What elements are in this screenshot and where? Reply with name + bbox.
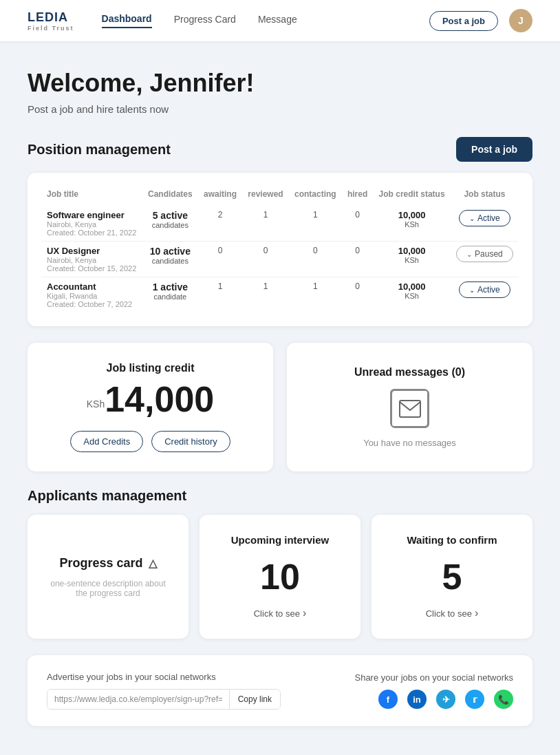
messages-title: Unread messages (0) (354, 366, 465, 379)
chevron-right-icon-2: › (475, 607, 478, 619)
social-icons: f in ✈ 𝕣 📞 (378, 690, 513, 709)
copy-link-button[interactable]: Copy link (229, 690, 280, 709)
col-hired: hired (342, 187, 374, 206)
svg-rect-0 (400, 401, 420, 417)
waiting-confirm-click[interactable]: Click to see › (426, 607, 479, 619)
nav-dashboard[interactable]: Dashboard (102, 13, 152, 28)
status-button[interactable]: ⌄ Active (459, 210, 510, 226)
position-management-card: Job title Candidates awaiting reviewed c… (28, 173, 532, 326)
welcome-title: Welcome, Jennifer! (28, 69, 532, 98)
waiting-confirm-label: Waiting to confirm (407, 534, 497, 546)
post-job-button[interactable]: Post a job (456, 137, 532, 162)
job-title-cell: Accountant Kigali, Rwanda Created: Octob… (41, 277, 142, 313)
reviewed-cell: 1 (242, 206, 289, 242)
status-label: Active (477, 213, 500, 223)
awaiting-cell: 2 (198, 206, 242, 242)
candidates-cell: 10 active candidates (142, 242, 198, 277)
messages-col: Unread messages (0) You have no messages (287, 343, 532, 471)
job-title-cell: UX Designer Nairobi, Kenya Created: Octo… (41, 242, 142, 277)
candidates-cell: 5 active candidates (142, 206, 198, 242)
whatsapp-icon[interactable]: 📞 (494, 690, 513, 709)
status-button[interactable]: ⌄ Active (459, 281, 510, 298)
add-credits-button[interactable]: Add Credits (70, 431, 143, 452)
envelope-icon (391, 390, 429, 428)
table-row: Software engineer Nairobi, Kenya Created… (41, 206, 519, 242)
col-candidates: Candidates (142, 187, 198, 206)
col-job-title: Job title (41, 187, 142, 206)
awaiting-cell: 0 (198, 242, 242, 277)
social-right: Share your jobs on your social networks … (354, 672, 513, 709)
contacting-cell: 0 (289, 242, 342, 277)
progress-card-box: Progress card △ one-sentence description… (28, 515, 189, 639)
job-credit: 10,000 (378, 246, 445, 256)
brand-tagline: Field Trust (28, 25, 74, 32)
job-credit: 10,000 (378, 210, 445, 220)
candidates-cell: 1 active candidate (142, 277, 198, 313)
welcome-subtitle: Post a job and hire talents now (28, 103, 532, 115)
job-created: Created: October 7, 2022 (47, 300, 137, 308)
twitter-icon[interactable]: 𝕣 (465, 690, 484, 709)
status-cell: ⌄ Active (451, 277, 519, 313)
job-created: Created: October 15, 2022 (47, 264, 137, 273)
social-left: Advertise your jobs in your social netwo… (47, 672, 354, 710)
progress-card-col: Progress card △ one-sentence description… (28, 515, 189, 639)
status-label: Paused (475, 249, 503, 259)
candidates-label: candidates (148, 257, 193, 265)
job-title-cell: Software engineer Nairobi, Kenya Created… (41, 206, 142, 242)
col-credit-status: Job credit status (373, 187, 451, 206)
status-button[interactable]: ⌄ Paused (456, 246, 513, 262)
job-credit: 10,000 (378, 281, 445, 292)
job-currency: KSh (378, 220, 445, 228)
waiting-confirm-col: Waiting to confirm 5 Click to see › (371, 515, 532, 639)
status-cell: ⌄ Paused (451, 242, 519, 277)
candidates-label: candidate (148, 293, 193, 301)
nav-links: Dashboard Progress Card Message (102, 13, 429, 28)
chevron-down-icon: ⌄ (469, 286, 475, 294)
upcoming-interview-count: 10 (260, 559, 300, 595)
credit-history-button[interactable]: Credit history (151, 431, 230, 452)
waiting-confirm-card: Waiting to confirm 5 Click to see › (371, 515, 532, 639)
facebook-icon[interactable]: f (378, 690, 398, 709)
nav-right: Post a job J (429, 9, 532, 32)
status-label: Active (477, 285, 500, 295)
credit-card-title: Job listing credit (106, 362, 194, 374)
progress-card-desc: one-sentence description about the progr… (44, 579, 172, 598)
logo: LEDIA Field Trust (28, 10, 74, 32)
awaiting-cell: 1 (198, 277, 242, 313)
job-location: Kigali, Rwanda (47, 292, 137, 300)
credit-amount-big: 14,000 (105, 379, 214, 419)
contacting-cell: 1 (289, 277, 342, 313)
share-label: Share your jobs on your social networks (354, 672, 513, 683)
chevron-down-icon: ⌄ (466, 251, 472, 258)
upcoming-interview-label: Upcoming interview (231, 534, 330, 546)
nav-progress-card[interactable]: Progress Card (174, 14, 236, 28)
active-count: 1 active (148, 281, 193, 293)
credit-cell: 10,000 KSh (373, 277, 451, 313)
contacting-cell: 1 (289, 206, 342, 242)
hired-cell: 0 (342, 242, 374, 277)
credit-col: Job listing credit KSh14,000 Add Credits… (28, 343, 273, 471)
linkedin-icon[interactable]: in (407, 690, 427, 709)
telegram-icon[interactable]: ✈ (436, 690, 455, 709)
social-url-input[interactable] (47, 690, 229, 709)
advertise-label: Advertise your jobs in your social netwo… (47, 672, 354, 682)
col-awaiting: awaiting (198, 187, 242, 206)
waiting-confirm-count: 5 (442, 559, 462, 595)
avatar[interactable]: J (509, 9, 532, 32)
credit-prefix: KSh (87, 398, 105, 410)
nav-message[interactable]: Message (258, 14, 297, 28)
job-currency: KSh (378, 292, 445, 300)
credit-amount-display: KSh14,000 (87, 381, 215, 417)
upcoming-interview-click[interactable]: Click to see › (254, 607, 307, 619)
position-table: Job title Candidates awaiting reviewed c… (41, 187, 519, 312)
credit-cell: 10,000 KSh (373, 242, 451, 277)
social-share-card: Advertise your jobs in your social netwo… (28, 655, 532, 726)
upcoming-click-label: Click to see (254, 608, 300, 619)
nav-post-job-button[interactable]: Post a job (429, 11, 498, 31)
reviewed-cell: 0 (242, 242, 289, 277)
job-title: Accountant (47, 281, 137, 292)
reviewed-cell: 1 (242, 277, 289, 313)
col-job-status: Job status (451, 187, 519, 206)
no-messages-text: You have no messages (363, 438, 456, 448)
job-currency: KSh (378, 256, 445, 264)
